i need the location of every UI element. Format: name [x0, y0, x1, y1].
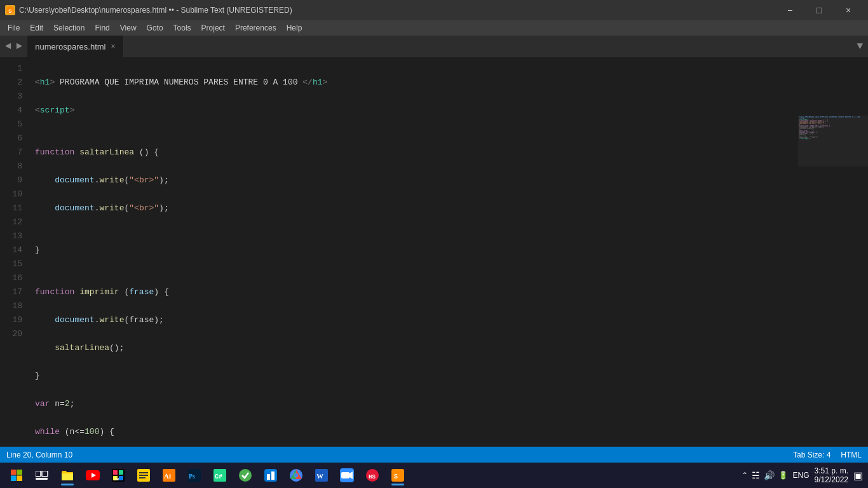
jetbrains-button[interactable]: JW: [107, 464, 130, 487]
svg-rect-27: [239, 469, 252, 482]
statusbar-left: Line 20, Column 10: [6, 451, 72, 459]
svg-rect-5: [17, 476, 23, 482]
svg-text:JW: JW: [114, 477, 119, 482]
minimize-button[interactable]: −: [775, 0, 804, 20]
svg-rect-2: [11, 470, 17, 475]
menu-find[interactable]: Find: [90, 20, 114, 36]
app-icon: S: [5, 5, 15, 15]
line-num-12: 12: [0, 215, 22, 229]
menu-goto[interactable]: Goto: [142, 20, 168, 36]
code-line-4: function saltarLinea () {: [35, 146, 868, 159]
code-line-8: }: [35, 243, 868, 257]
taskbar-date: 9/12/2022: [815, 475, 848, 484]
tabbar-dropdown[interactable]: ▼: [851, 36, 868, 57]
sublime-text-button[interactable]: S: [386, 464, 409, 487]
svg-text:Ps: Ps: [189, 473, 195, 480]
taskbar-clock: 3:51 p. m. 9/12/2022: [815, 466, 848, 484]
code-editor[interactable]: <h1> PROGRAMA QUE IMPRIMA NUMEROS PARES …: [29, 58, 868, 447]
chrome-button[interactable]: [285, 464, 308, 487]
titlebar-left: S C:\Users\yobel\Desktop\numerospares.ht…: [5, 5, 292, 15]
greenapp-button[interactable]: C#: [208, 464, 231, 487]
menu-edit[interactable]: Edit: [25, 20, 48, 36]
line-numbers: 1 2 3 4 5 6 7 8 9 10 11 12 13 14 15 16 1…: [0, 58, 29, 447]
illustrator-button[interactable]: Ai: [158, 464, 180, 487]
tray-battery[interactable]: 🔋: [778, 471, 788, 480]
status-tab-size: Tab Size: 4: [793, 451, 831, 459]
tray-network[interactable]: ☵: [752, 470, 760, 480]
line-num-2: 2: [0, 76, 22, 90]
line-num-13: 13: [0, 229, 22, 243]
menu-file[interactable]: File: [3, 20, 25, 36]
line-num-10: 10: [0, 187, 22, 201]
svg-rect-18: [139, 472, 148, 473]
start-button[interactable]: [5, 464, 28, 487]
bluebox-button[interactable]: [259, 464, 282, 487]
statusbar: Line 20, Column 10 Tab Size: 4 HTML: [0, 447, 868, 463]
tab-close-button[interactable]: ×: [111, 42, 116, 51]
file-explorer-button[interactable]: [56, 464, 79, 487]
zoom-button[interactable]: [336, 464, 358, 487]
tray-sound[interactable]: 🔊: [764, 470, 775, 480]
menu-view[interactable]: View: [115, 20, 142, 36]
status-position: Line 20, Column 10: [6, 451, 72, 459]
svg-rect-37: [341, 472, 349, 478]
notes-button[interactable]: [132, 464, 155, 487]
code-line-5: document.write("<br>");: [35, 173, 868, 187]
taskbar-language: ENG: [793, 471, 810, 480]
word-button[interactable]: W: [310, 464, 333, 487]
editor: 1 2 3 4 5 6 7 8 9 10 11 12 13 14 15 16 1…: [0, 58, 868, 447]
line-num-11: 11: [0, 201, 22, 215]
svg-rect-6: [36, 471, 41, 477]
line-num-5: 5: [0, 118, 22, 132]
photoshop-button[interactable]: Ps: [183, 464, 206, 487]
code-line-15: while (n<=100) {: [35, 425, 868, 439]
svg-rect-12: [113, 470, 118, 475]
svg-text:W: W: [316, 472, 323, 480]
svg-rect-30: [271, 471, 275, 480]
code-line-10: function imprimir (frase) {: [35, 285, 868, 299]
line-num-4: 4: [0, 104, 22, 118]
line-num-15: 15: [0, 257, 22, 271]
svg-rect-13: [119, 470, 123, 475]
menu-help[interactable]: Help: [281, 20, 308, 36]
taskbar: JW Ai Ps: [0, 463, 868, 488]
line-num-9: 9: [0, 173, 22, 187]
line-num-16: 16: [0, 271, 22, 285]
task-view-button[interactable]: [31, 464, 53, 487]
statusbar-right: Tab Size: 4 HTML: [793, 451, 862, 459]
code-line-12: saltarLinea();: [35, 341, 868, 355]
notification-center[interactable]: ▣: [853, 470, 863, 482]
taskapp-button[interactable]: [234, 464, 257, 487]
menu-project[interactable]: Project: [196, 20, 230, 36]
maximize-button[interactable]: □: [804, 0, 834, 20]
tab-nav-right[interactable]: ►: [14, 41, 25, 52]
menu-selection[interactable]: Selection: [48, 20, 90, 36]
line-num-3: 3: [0, 90, 22, 104]
taskbar-left: JW Ai Ps: [5, 464, 409, 487]
svg-rect-28: [264, 469, 277, 482]
minimap: <h1> PROGRAMA QUE IMPRIMA NUMEROS PARES …: [798, 116, 868, 166]
code-line-14: var n=2;: [35, 397, 868, 411]
taskbar-right: ⌃ ☵ 🔊 🔋 ENG 3:51 p. m. 9/12/2022 ▣: [742, 466, 863, 484]
svg-rect-19: [139, 475, 148, 476]
line-num-7: 7: [0, 146, 22, 159]
tab-filename: numerospares.html: [35, 42, 105, 51]
titlebar-title: C:\Users\yobel\Desktop\numerospares.html…: [19, 6, 292, 15]
hotspot-button[interactable]: HS: [361, 464, 384, 487]
tab-nav-left[interactable]: ◄: [3, 41, 14, 52]
tabbar-navigation: ◄ ►: [0, 36, 27, 57]
menubar: File Edit Selection Find View Goto Tools…: [0, 20, 868, 36]
svg-text:HS: HS: [369, 474, 376, 480]
youtube-button[interactable]: [81, 464, 104, 487]
menu-preferences[interactable]: Preferences: [230, 20, 281, 36]
menu-tools[interactable]: Tools: [168, 20, 196, 36]
taskbar-time: 3:51 p. m.: [815, 466, 848, 475]
tab-numerospares[interactable]: numerospares.html ×: [27, 36, 123, 57]
svg-rect-20: [139, 477, 146, 478]
svg-text:Ai: Ai: [164, 472, 171, 480]
tray-chevron[interactable]: ⌃: [742, 471, 748, 480]
line-num-14: 14: [0, 243, 22, 257]
svg-text:C#: C#: [215, 473, 222, 480]
close-button[interactable]: ×: [834, 0, 863, 20]
svg-point-33: [294, 473, 298, 477]
